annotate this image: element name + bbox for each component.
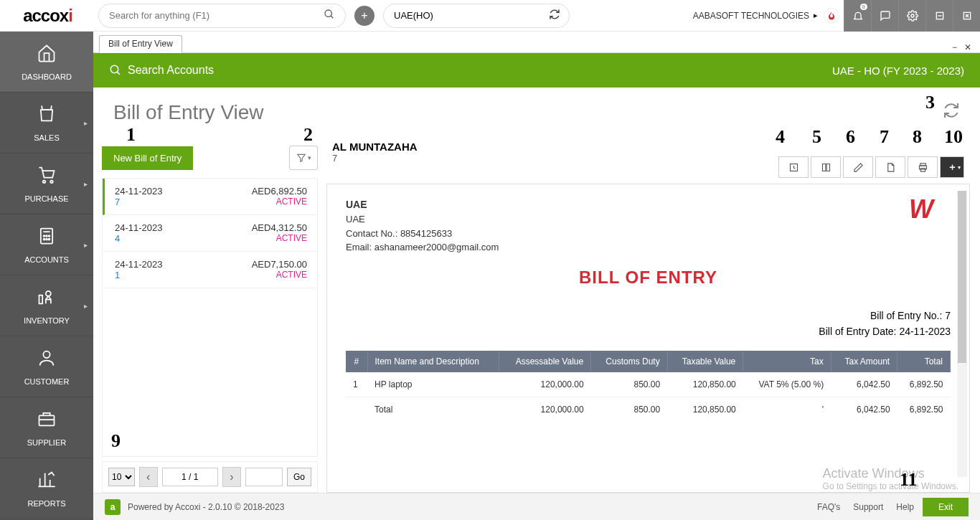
global-search[interactable] (98, 4, 346, 28)
context-bar: Search Accounts UAE - HO (FY 2023 - 2023… (93, 53, 980, 88)
logo: accoxi (0, 0, 95, 32)
powered-by: Powered by Accoxi - 2.0.10 © 2018-2023 (128, 502, 284, 512)
search-accounts-link[interactable]: Search Accounts (128, 64, 214, 77)
nav-dashboard[interactable]: DASHBOARD (0, 32, 93, 93)
chart-icon (37, 470, 57, 495)
footer: a Powered by Accoxi - 2.0.10 © 2018-2023… (93, 493, 980, 520)
history-button[interactable] (778, 156, 809, 178)
top-right-controls: 8 (844, 0, 980, 32)
svg-line-23 (117, 72, 120, 75)
page-title-bar: Bill of Entry View (93, 88, 980, 138)
plus-icon: ＋ (948, 161, 957, 174)
table-row: 1 HP laptop 120,000.00 850.00 120,850.00… (346, 372, 951, 397)
notification-badge: 8 (860, 4, 867, 10)
svg-rect-10 (41, 228, 52, 243)
pagination: 10 ‹ › Go (102, 461, 318, 493)
document-meta: Bill of Entry No.: 7 Bill of Entry Date:… (346, 308, 951, 340)
sync-icon (549, 9, 560, 22)
journal-button[interactable] (811, 156, 841, 178)
add-button[interactable]: + (354, 6, 374, 26)
edit-button[interactable] (843, 156, 873, 178)
exit-button[interactable]: Exit (923, 498, 969, 516)
new-bill-button[interactable]: New Bill of Entry (102, 146, 193, 170)
tab-bill-of-entry-view[interactable]: Bill of Entry View (99, 35, 182, 53)
go-button[interactable]: Go (287, 468, 311, 486)
bag-icon (37, 104, 57, 129)
cart-icon (37, 165, 57, 190)
minimize-button[interactable] (925, 0, 953, 32)
company-caret-icon: ▸ (814, 11, 818, 20)
goto-page-input[interactable] (245, 468, 283, 486)
org-selector[interactable]: UAE(HO) (383, 4, 570, 28)
footer-link-help[interactable]: Help (896, 502, 914, 512)
calculator-icon (37, 226, 57, 251)
settings-button[interactable] (898, 0, 925, 32)
nav-purchase[interactable]: PURCHASE ▸ (0, 153, 93, 214)
footer-link-faqs[interactable]: FAQ's (817, 502, 840, 512)
content: New Bill of Entry ▾ 24-11-2023 7 AED6,89… (93, 138, 980, 493)
tab-strip: Bill of Entry View − ✕ (93, 32, 980, 53)
nav-sales[interactable]: SALES ▸ (0, 93, 93, 153)
filter-button[interactable]: ▾ (289, 146, 318, 170)
list-item[interactable]: 24-11-2023 4 AED4,312.50 ACTIVE (103, 215, 317, 252)
nav-accounts[interactable]: ACCOUNTS ▸ (0, 214, 93, 275)
more-actions-button[interactable]: ＋ (940, 156, 964, 178)
messages-button[interactable] (871, 0, 898, 32)
pdf-button[interactable] (875, 156, 905, 178)
nav-reports[interactable]: REPORTS (0, 458, 93, 519)
scrollbar[interactable] (957, 191, 967, 477)
tab-close-icon[interactable]: ✕ (964, 42, 971, 52)
svg-point-12 (44, 235, 45, 237)
filter-icon (296, 153, 306, 163)
printer-icon (918, 162, 928, 173)
svg-point-22 (110, 65, 118, 73)
refresh-icon[interactable] (943, 102, 960, 123)
items-table: # Item Name and Description Assessable V… (346, 351, 951, 422)
sidebar: DASHBOARD SALES ▸ PURCHASE ▸ ACCOUNTS ▸ … (0, 32, 93, 520)
prev-page-button[interactable]: ‹ (139, 467, 158, 487)
next-page-button[interactable]: › (222, 467, 241, 487)
nav-inventory[interactable]: INVENTORY ▸ (0, 275, 93, 336)
list-item[interactable]: 24-11-2023 7 AED6,892.50 ACTIVE (103, 179, 317, 215)
fiscal-year-label: UAE - HO (FY 2023 - 2023) (832, 65, 964, 77)
org-label: UAE(HO) (394, 10, 433, 21)
footer-link-support[interactable]: Support (853, 502, 883, 512)
svg-point-8 (43, 180, 46, 183)
svg-point-19 (43, 351, 50, 357)
svg-point-0 (325, 10, 331, 16)
inventory-icon (37, 287, 57, 312)
table-total-row: Total 120,000.00 850.00 120,850.00 ' 6,0… (346, 397, 951, 422)
svg-rect-20 (39, 415, 55, 425)
svg-rect-27 (920, 168, 925, 171)
svg-point-16 (46, 238, 47, 240)
detail-panel: AL MUNTAZAHA 7 ＋ W UAE UAE Contact No.: … (326, 138, 980, 493)
print-button[interactable] (908, 156, 938, 178)
chevron-right-icon: ▸ (84, 119, 88, 127)
search-icon (324, 9, 335, 23)
flame-icon (824, 8, 839, 24)
search-icon (109, 64, 122, 77)
list-panel: New Bill of Entry ▾ 24-11-2023 7 AED6,89… (93, 138, 326, 493)
user-icon (37, 348, 57, 373)
detail-toolbar: ＋ (778, 141, 964, 178)
pencil-icon (853, 162, 864, 173)
page-indicator[interactable] (162, 468, 218, 486)
tab-minimize-icon[interactable]: − (952, 42, 957, 52)
list-item[interactable]: 24-11-2023 1 AED7,150.00 ACTIVE (103, 252, 317, 288)
briefcase-icon (37, 409, 57, 434)
search-input[interactable] (109, 10, 324, 21)
chevron-right-icon: ▸ (84, 241, 88, 249)
page-size-select[interactable]: 10 (108, 468, 135, 486)
entries-list: 24-11-2023 7 AED6,892.50 ACTIVE 24-11-20… (102, 178, 318, 457)
nav-supplier[interactable]: SUPPLIER (0, 397, 93, 458)
close-window-button[interactable] (953, 0, 980, 32)
notifications-button[interactable]: 8 (844, 0, 871, 32)
chevron-right-icon: ▸ (84, 180, 88, 188)
svg-point-14 (49, 235, 50, 237)
party-name: AL MUNTAZAHA (332, 141, 418, 153)
document-title: BILL OF ENTRY (346, 268, 951, 288)
company-name[interactable]: AABASOFT TECHNOLOGIES (693, 11, 809, 21)
company-info: UAE UAE Contact No.: 8854125633 Email: a… (346, 197, 951, 255)
nav-customer[interactable]: CUSTOMER (0, 336, 93, 397)
document-preview: W UAE UAE Contact No.: 8854125633 Email:… (326, 184, 970, 493)
